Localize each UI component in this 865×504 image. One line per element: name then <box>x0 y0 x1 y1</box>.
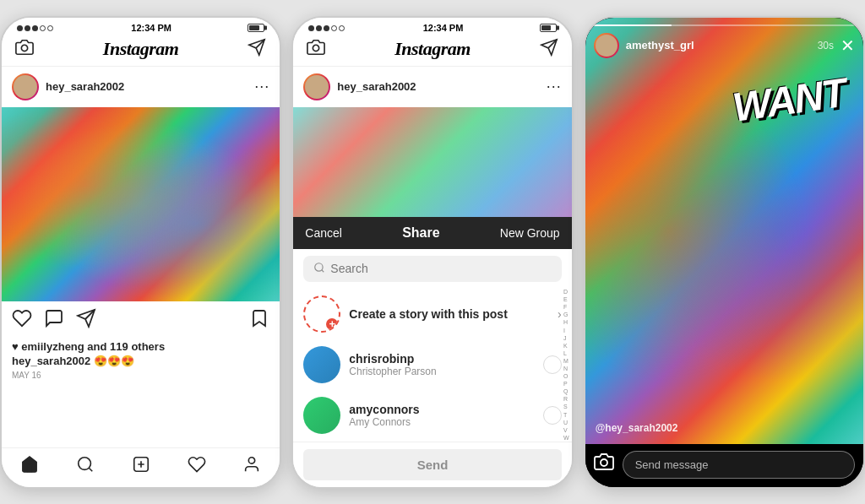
story-top-bar: amethyst_grl 30s ✕ <box>585 18 863 62</box>
contact-info-0: chrisrobinp Christopher Parson <box>349 352 534 377</box>
story-sticker-text: WANT <box>729 68 847 130</box>
story-item-info: Create a story with this post <box>349 307 549 321</box>
phone3: amethyst_grl 30s ✕ WANT @hey_sarah2002 S… <box>584 16 865 489</box>
post-caption-1: hey_sarah2002 😍😍😍 <box>2 355 280 369</box>
share-list: + Create a story with this post › chrisr… <box>293 289 571 442</box>
more-options-icon-2[interactable]: ··· <box>547 78 562 95</box>
signal-dots <box>17 23 55 33</box>
post-image-1 <box>2 107 280 301</box>
svg-point-14 <box>315 263 323 270</box>
message-placeholder: Send message <box>635 458 709 471</box>
battery-indicator <box>248 24 264 32</box>
svg-point-5 <box>79 457 91 469</box>
send-button[interactable]: Send <box>303 449 561 480</box>
phone2: 12:34 PM Instagram hey_sarah2002 ··· <box>291 16 573 489</box>
contact-name-1: Amy Connors <box>349 416 534 428</box>
post-date-1: May 16 <box>2 369 280 385</box>
avatar-2[interactable] <box>303 73 330 100</box>
story-msg-bar: Send message <box>585 444 863 487</box>
send-bar: Send <box>293 442 571 487</box>
phone1: 12:34 PM Instagram hey_sarah2002 ··· <box>0 16 281 489</box>
contact-username-1: amyconnors <box>349 403 534 416</box>
story-user-row: amethyst_grl 30s ✕ <box>594 33 855 58</box>
svg-point-0 <box>21 45 27 51</box>
contact-username-0: chrisrobinp <box>349 352 534 366</box>
search-icon-share <box>313 262 325 276</box>
nav-bar-2: Instagram <box>293 35 571 67</box>
search-icon[interactable] <box>76 455 95 479</box>
like-icon[interactable] <box>12 308 32 333</box>
contact-avatar-0 <box>303 346 340 383</box>
contact-item-2[interactable]: phillsohn Phill Sohn <box>293 441 571 442</box>
story-item-label: Create a story with this post <box>349 307 549 321</box>
cancel-button[interactable]: Cancel <box>305 226 342 240</box>
heart-icon[interactable] <box>188 455 206 479</box>
home-icon[interactable] <box>20 455 39 479</box>
post-header-2: hey_sarah2002 ··· <box>293 67 571 107</box>
camera-story-icon[interactable] <box>594 452 614 477</box>
camera-icon[interactable] <box>15 38 34 61</box>
svg-line-15 <box>322 269 324 272</box>
send-icon[interactable] <box>248 38 266 61</box>
search-bar[interactable] <box>303 256 561 282</box>
contact-avatar-1 <box>303 397 340 434</box>
post-likes-1: ♥ emiilyzheng and 119 others <box>2 340 280 355</box>
svg-point-16 <box>601 459 607 466</box>
story-progress-fill <box>594 24 672 26</box>
battery-2 <box>540 24 557 32</box>
share-icon[interactable] <box>76 308 96 333</box>
story-avatar: + <box>303 295 340 333</box>
story-plus-icon: + <box>324 317 340 332</box>
share-header: Cancel Share New Group <box>293 217 571 249</box>
contact-checkbox-1[interactable] <box>543 406 562 425</box>
app-logo-2: Instagram <box>394 38 471 60</box>
post-actions-1 <box>2 301 280 340</box>
alphabet-sidebar[interactable]: A B C D E F G H I J K L M N O P Q R S T … <box>563 289 569 442</box>
nav-bar-1: Instagram <box>2 35 280 67</box>
more-options-icon[interactable]: ··· <box>254 78 269 95</box>
story-image: WANT @hey_sarah2002 <box>585 18 863 444</box>
contact-item-0[interactable]: chrisrobinp Christopher Parson <box>293 339 571 390</box>
contact-checkbox-0[interactable] <box>543 355 562 374</box>
bottom-nav-1 <box>2 447 280 487</box>
time-display-2: 12:34 PM <box>423 23 464 33</box>
chevron-right-icon: › <box>558 307 562 321</box>
story-progress-bar <box>594 24 855 26</box>
story-username[interactable]: amethyst_grl <box>626 39 811 51</box>
story-time: 30s <box>818 40 834 51</box>
camera-icon-2[interactable] <box>307 38 325 61</box>
contact-name-0: Christopher Parson <box>349 366 534 377</box>
app-logo: Instagram <box>103 38 179 60</box>
status-bar-2: 12:34 PM <box>293 18 571 35</box>
new-group-button[interactable]: New Group <box>500 226 560 240</box>
svg-point-10 <box>249 457 255 463</box>
svg-point-11 <box>313 45 319 51</box>
search-input[interactable] <box>330 262 551 275</box>
close-icon[interactable]: ✕ <box>841 35 855 56</box>
story-tag[interactable]: @hey_sarah2002 <box>596 422 678 434</box>
add-icon[interactable] <box>132 455 150 479</box>
profile-icon[interactable] <box>242 455 261 479</box>
contact-item-1[interactable]: amyconnors Amy Connors <box>293 390 571 441</box>
post-username-2[interactable]: hey_sarah2002 <box>337 80 546 93</box>
signal-dots-2 <box>308 23 346 33</box>
share-title: Share <box>402 225 439 241</box>
post-thumb-2 <box>293 107 571 217</box>
send-message-input[interactable]: Send message <box>623 451 855 479</box>
time-display: 12:34 PM <box>131 23 171 33</box>
svg-line-6 <box>89 468 92 471</box>
post-header-1: hey_sarah2002 ··· <box>2 67 280 107</box>
contact-info-1: amyconnors Amy Connors <box>349 403 534 428</box>
story-container: amethyst_grl 30s ✕ WANT @hey_sarah2002 S… <box>585 18 863 487</box>
status-bar-1: 12:34 PM <box>2 18 280 35</box>
bookmark-icon[interactable] <box>249 308 269 333</box>
send-icon-2[interactable] <box>540 38 558 61</box>
comment-icon[interactable] <box>44 308 64 333</box>
story-avatar[interactable] <box>594 33 619 58</box>
post-username-1[interactable]: hey_sarah2002 <box>46 80 254 93</box>
avatar-1[interactable] <box>12 73 39 100</box>
create-story-item[interactable]: + Create a story with this post › <box>293 289 571 339</box>
